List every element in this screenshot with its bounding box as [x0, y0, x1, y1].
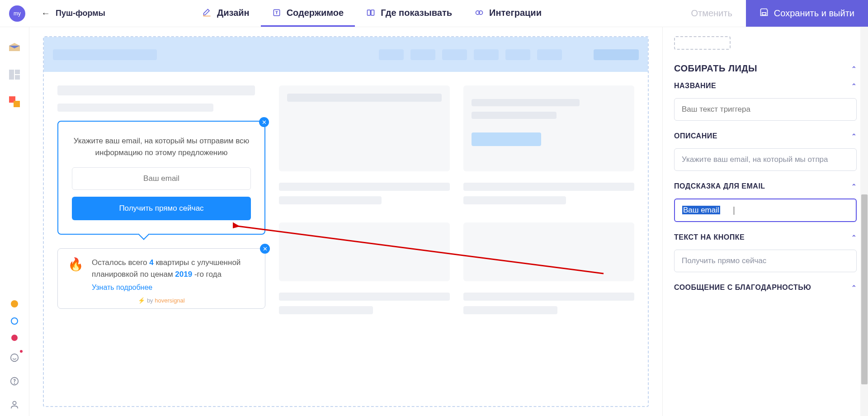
popup-close-icon[interactable]: ✕ [259, 117, 269, 127]
back-arrow-icon: ← [41, 8, 50, 19]
brush-icon [203, 8, 212, 17]
svg-rect-7 [15, 70, 20, 74]
chevron-up-icon: ⌃ [851, 284, 857, 291]
notif-link[interactable]: Узнать подробнее [92, 284, 152, 292]
tab-label: Содержимое [287, 8, 344, 18]
section-thanks[interactable]: СООБЩЕНИЕ С БЛАГОДАРНОСТЬЮ ⌃ [674, 284, 857, 292]
text-frame-icon [272, 8, 281, 17]
integrations-icon [475, 8, 484, 17]
properties-panel: СОБИРАТЬ ЛИДЫ ⌃ НАЗВАНИЕ ⌃ ОПИСАНИЕ ⌃ Ук… [662, 27, 868, 416]
svg-point-14 [13, 402, 16, 405]
layout-icon [366, 8, 375, 17]
status-dot-red[interactable] [11, 335, 18, 341]
tab-label: Где показывать [381, 8, 452, 18]
section-collect-leads[interactable]: СОБИРАТЬ ЛИДЫ ⌃ [674, 63, 857, 74]
notif-close-icon[interactable]: ✕ [260, 244, 270, 254]
sidebar-item-pages[interactable] [8, 68, 21, 81]
fire-icon: 🔥 [68, 257, 84, 272]
skeleton-header [44, 37, 648, 72]
avatar[interactable]: my [9, 5, 25, 22]
chevron-up-icon: ⌃ [851, 132, 857, 140]
user-icon[interactable] [8, 398, 21, 411]
save-label: Сохранить и выйти [774, 8, 854, 19]
scrollbar-track[interactable] [860, 27, 868, 416]
svg-point-11 [11, 354, 19, 362]
chevron-up-icon: ⌃ [851, 234, 857, 241]
tab-label: Интеграции [489, 8, 542, 18]
tab-content[interactable]: Содержимое [261, 0, 355, 27]
breadcrumb[interactable]: ← Пуш-формы [41, 8, 105, 19]
email-hint-input[interactable]: Ваш email [674, 199, 857, 222]
svg-rect-5 [762, 13, 766, 15]
section-name[interactable]: НАЗВАНИЕ ⌃ [674, 82, 857, 90]
sidebar-item-inbox[interactable] [8, 41, 21, 54]
chevron-up-icon: ⌃ [851, 183, 857, 190]
section-description[interactable]: ОПИСАНИЕ ⌃ [674, 132, 857, 140]
save-icon [760, 8, 769, 19]
notification-preview[interactable]: ✕ 🔥 Осталось всего 4 квартиры с улучшенн… [57, 248, 265, 309]
svg-rect-8 [15, 75, 20, 80]
scrollbar-thumb[interactable] [861, 194, 868, 384]
skeleton-card [463, 222, 634, 281]
section-email-hint[interactable]: ПОДСКАЗКА ДЛЯ EMAIL ⌃ [674, 182, 857, 190]
preview-canvas: ✕ Укажите ваш email, на который мы отпра… [43, 36, 649, 407]
placeholder-slot[interactable] [674, 36, 731, 50]
notif-text: Осталось всего 4 квартиры с улучшенной п… [92, 257, 255, 280]
svg-rect-6 [9, 70, 14, 80]
chevron-up-icon: ⌃ [851, 65, 857, 72]
name-input[interactable] [674, 98, 857, 121]
svg-rect-1 [368, 10, 371, 15]
save-button[interactable]: Сохранить и выйти [746, 0, 868, 27]
chat-icon[interactable] [8, 351, 21, 364]
section-button-text[interactable]: ТЕКСТ НА КНОПКЕ ⌃ [674, 233, 857, 241]
chevron-up-icon: ⌃ [851, 82, 857, 90]
popup-submit-button[interactable]: Получить прямо сейчас [72, 197, 251, 220]
help-icon[interactable] [8, 374, 21, 388]
left-sidebar [0, 27, 29, 416]
skeleton-card [463, 85, 634, 171]
tab-where[interactable]: Где показывать [355, 0, 463, 27]
tab-integrations[interactable]: Интеграции [463, 0, 553, 27]
popup-description: Укажите ваш email, на который мы отправи… [72, 135, 251, 158]
status-dot-ring[interactable] [11, 317, 18, 325]
notif-branding: ⚡ by hoversignal [68, 297, 255, 304]
description-input[interactable]: Укажите ваш email, на который мы отпра [674, 148, 857, 171]
skeleton-card [279, 85, 450, 171]
svg-rect-2 [371, 10, 374, 15]
svg-rect-10 [14, 101, 20, 107]
tab-label: Дизайн [217, 8, 250, 18]
cancel-button[interactable]: Отменить [691, 8, 732, 19]
tab-design[interactable]: Дизайн [191, 0, 261, 27]
sidebar-item-blocks[interactable] [8, 95, 21, 109]
svg-point-13 [14, 383, 15, 383]
popup-preview[interactable]: ✕ Укажите ваш email, на который мы отпра… [57, 121, 265, 235]
popup-email-input[interactable] [72, 167, 251, 190]
breadcrumb-label: Пуш-формы [56, 9, 105, 18]
status-dot-orange[interactable] [11, 300, 18, 307]
button-text-input[interactable]: Получить прямо сейчас [674, 250, 857, 272]
skeleton-card [279, 222, 450, 281]
